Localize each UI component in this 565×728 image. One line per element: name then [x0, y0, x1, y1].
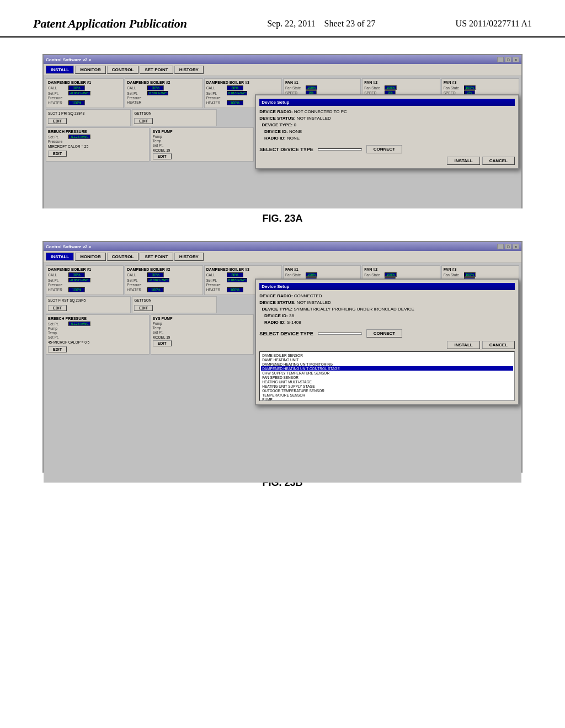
device-item-3[interactable]: DAMPENED HEATING UNIT MONITORING: [261, 362, 513, 366]
boiler1-heater-row: HEATER 100%: [48, 100, 121, 105]
boiler2-heater-row: HEATER: [127, 100, 200, 104]
close-btn-23b[interactable]: ×: [513, 244, 519, 249]
boiler2-col: DAMPENED BOILER #2 CALL 30% Set Pt. 0.00…: [125, 78, 202, 108]
titlebar-23b: Control Software v2.x _ □ ×: [44, 242, 521, 251]
page-header: Patent Application Publication Sep. 22, …: [0, 0, 565, 38]
device-item-11[interactable]: PUMP: [261, 397, 513, 401]
menu-history[interactable]: HISTORY: [174, 66, 204, 74]
device-type-select-23a[interactable]: [318, 148, 362, 151]
device-item-2[interactable]: DAME HEATING UNIT: [261, 357, 513, 362]
connect-btn-23b[interactable]: CONNECT: [366, 329, 403, 338]
modal-select-row-23b: SELECT DEVICE TYPE CONNECT: [259, 329, 515, 338]
device-item-6[interactable]: FAN SPEED SENSOR: [261, 375, 513, 379]
modal-radio-23b: DEVICE RADIO: CONNECTED: [259, 293, 515, 298]
b-edit-btn-5[interactable]: EDIT: [153, 340, 172, 346]
pump-col: SYS PUMP Pump Temp. Set Pt. MODEL 19 EDI…: [151, 127, 254, 162]
modal-select-row-23a: SELECT DEVICE TYPE CONNECT: [259, 145, 515, 153]
patent-number: US 2011/0227711 A1: [456, 17, 532, 29]
titlebar-23a: Control Software v2.x _ □ ×: [44, 55, 521, 64]
menu-monitor-23b[interactable]: MONITOR: [75, 253, 106, 261]
boiler1-pressure-row: Pressure: [48, 96, 121, 100]
b-slot-col: SLOT FIRST SQ 20845 EDIT: [46, 296, 131, 313]
b-boiler2-col: DAMPENED BOILER #2 CALL 30% Set Pt. -0.0…: [125, 265, 202, 295]
b-sys-pump-col: SYS PUMP Pump Temp. Set Pt. MODEL 19 EDI…: [151, 314, 254, 355]
device-item-8[interactable]: HEATING UNIT SUPPLY STAGE: [261, 384, 513, 388]
boiler2-setpt-row: Set Pt. 0.007 InWC: [127, 91, 200, 95]
boiler1-col: DAMPENED BOILER #1 CALL 30% Set Pt. -0.0…: [46, 78, 124, 108]
edit-btn-1[interactable]: EDIT: [48, 118, 67, 124]
publication-date: Sep. 22, 2011 Sheet 23 of 27: [267, 17, 375, 29]
modal-type-23b: DEVICE TYPE: SYMMETRICALLY PROFILING UND…: [259, 307, 515, 312]
fan1-state-row: Fan State 100%: [285, 85, 359, 90]
connect-btn-23a[interactable]: CONNECT: [366, 145, 403, 153]
device-item-1[interactable]: DAME BOILER SENSOR: [261, 353, 513, 357]
menubar-23b: INSTALL MONITOR CONTROL SET POINT HISTOR…: [44, 251, 521, 263]
device-item-10[interactable]: TEMPERATURE SENSOR: [261, 393, 513, 397]
menu-control[interactable]: CONTROL: [107, 66, 139, 74]
boiler2-pressure-row: Pressure: [127, 96, 200, 100]
device-item-5[interactable]: CHW SUPPLY TEMPERATURE SENSOR: [261, 371, 513, 375]
maximize-btn-23b[interactable]: □: [505, 244, 511, 249]
edit-btn-2[interactable]: EDIT: [134, 118, 153, 124]
fan3-title: FAN #3: [444, 81, 517, 84]
edit-btn-4[interactable]: EDIT: [48, 151, 67, 157]
menu-control-23b[interactable]: CONTROL: [107, 253, 139, 261]
modal-buttons-23b: INSTALL CANCEL: [259, 341, 515, 349]
minimize-btn[interactable]: _: [497, 57, 504, 62]
menu-install[interactable]: INSTALL: [46, 66, 74, 74]
boiler1-setpt-row: Set Pt. -0.007 InWC: [48, 91, 121, 95]
figure-23b-container: Control Software v2.x _ □ × INSTALL MONI…: [33, 241, 532, 489]
b-edit-btn-4[interactable]: EDIT: [48, 346, 67, 352]
device-item-7[interactable]: HEATING UNIT MULTI-STAGE: [261, 379, 513, 384]
modal-deviceid-23b: DEVICE ID: 38: [259, 313, 515, 318]
install-btn-23a[interactable]: INSTALL: [447, 157, 479, 165]
modal-radio-23a: DEVICE RADIO: NOT CONNECTED TO PC: [259, 109, 515, 114]
breech-title: BREUCH PRESSURE: [48, 130, 147, 133]
b-columns-row-3: BREECH PRESSURE Set Pt. -6.125 InWC Pump…: [46, 314, 519, 355]
slot-col: SLOT 1 PRI SQ 23843 EDIT: [46, 109, 131, 126]
boiler2-call-row: CALL 30%: [127, 85, 200, 90]
menu-setpoint-23b[interactable]: SET POINT: [140, 253, 173, 261]
boiler3-call-row: CALL 30%: [206, 85, 280, 90]
modal-type-23a: DEVICE TYPE: 0: [259, 122, 515, 127]
titlebar-controls-23b: _ □ ×: [497, 244, 519, 249]
device-item-4[interactable]: DAMPENED HEATING UNIT CONTROL STAGE: [261, 366, 513, 371]
modal-status-23a: DEVICE STATUS: NOT INSTALLED: [259, 116, 515, 121]
select-label-23b: SELECT DEVICE TYPE: [259, 331, 313, 336]
cancel-btn-23b[interactable]: CANCEL: [482, 341, 515, 349]
menu-monitor[interactable]: MONITOR: [75, 66, 106, 74]
menubar-23a: INSTALL MONITOR CONTROL SET POINT HISTOR…: [44, 64, 521, 76]
body-23a: DAMPENED BOILER #1 CALL 30% Set Pt. -0.0…: [44, 76, 521, 208]
page-content: Control Software v2.x _ □ × INSTALL MONI…: [0, 49, 565, 511]
fan1-title: FAN #1: [285, 81, 359, 84]
modal-titlebar-23a: Device Setup: [259, 99, 515, 106]
menu-setpoint[interactable]: SET POINT: [140, 66, 173, 74]
b-edit-btn-2[interactable]: EDIT: [134, 305, 153, 311]
titlebar-controls: _ □ ×: [497, 57, 519, 62]
select-label-23a: SELECT DEVICE TYPE: [259, 147, 313, 152]
close-btn[interactable]: ×: [513, 57, 519, 62]
modal-deviceid-23a: DEVICE ID: NONE: [259, 129, 515, 134]
b-edit-btn-1[interactable]: EDIT: [48, 305, 67, 311]
menu-history-23b[interactable]: HISTORY: [174, 253, 204, 261]
titlebar-text-23a: Control Software v2.x: [46, 57, 91, 62]
modal-radioid-23a: RADIO ID: NONE: [259, 136, 515, 141]
maximize-btn[interactable]: □: [505, 57, 511, 62]
modal-radioid-23b: RADIO ID: S-1408: [259, 320, 515, 325]
modal-status-23b: DEVICE STATUS: NOT INSTALLED: [259, 300, 515, 305]
screenshot-23b: Control Software v2.x _ □ × INSTALL MONI…: [42, 241, 523, 473]
device-list-23b[interactable]: DAME BOILER SENSOR DAME HEATING UNIT DAM…: [259, 351, 515, 401]
figure-23a-label: FIG. 23A: [262, 213, 302, 224]
b-boiler1-col: DAMPENED BOILER #1 CALL 30% Set Pt. -0.0…: [46, 265, 124, 295]
cancel-btn-23a[interactable]: CANCEL: [482, 157, 515, 165]
boiler1-call-row: CALL 30%: [48, 85, 121, 90]
fan3-state-row: Fan State 100%: [444, 85, 517, 90]
boiler2-title: DAMPENED BOILER #2: [127, 81, 200, 84]
menu-install-23b[interactable]: INSTALL: [46, 253, 74, 261]
install-btn-23b[interactable]: INSTALL: [447, 341, 479, 349]
device-type-select-23b[interactable]: [318, 333, 362, 335]
device-item-9[interactable]: OUTDOOR TEMPERATURE SENSOR: [261, 388, 513, 393]
b-gettson-col: GETTSON EDIT: [132, 296, 217, 313]
edit-btn-5[interactable]: EDIT: [153, 153, 172, 159]
minimize-btn-23b[interactable]: _: [497, 244, 504, 249]
